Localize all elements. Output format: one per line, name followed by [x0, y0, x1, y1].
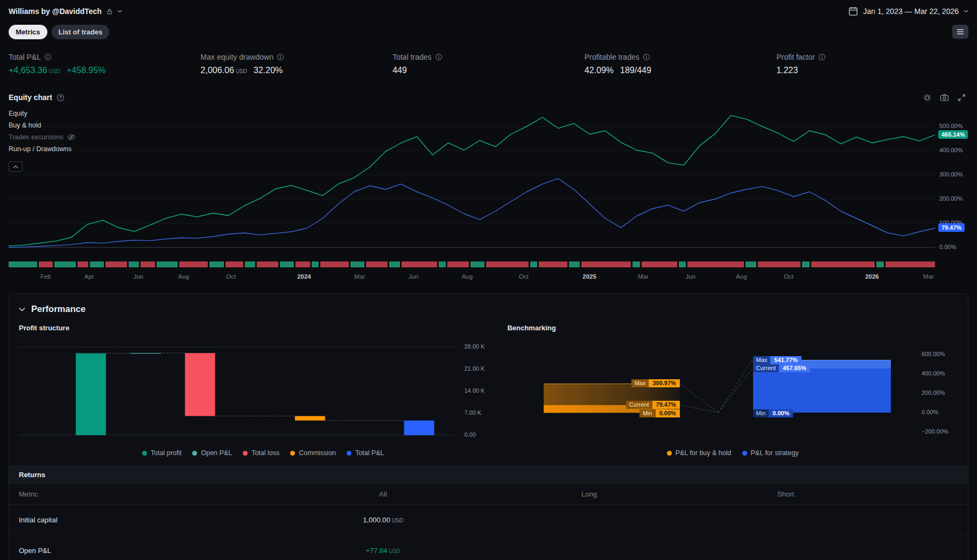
legend-label: Total loss	[251, 449, 279, 457]
bar-open-p-l	[130, 353, 160, 353]
legend-entry-open-p-l[interactable]: Open P&L	[192, 449, 232, 457]
stat-value: 2,006.06USD	[201, 66, 247, 75]
column-header-short: Short	[651, 490, 920, 498]
buy-hold-current-row: Current79.47%	[626, 401, 680, 409]
legend-entry-total-loss[interactable]: Total loss	[243, 449, 279, 457]
legend-label: Total P&L	[355, 449, 384, 457]
excursion-segment	[470, 261, 484, 267]
excursion-segment	[157, 261, 178, 267]
performance-header[interactable]: Performance	[9, 294, 968, 320]
legend-entry-total-p-l[interactable]: Total P&L	[347, 449, 384, 457]
stat-values: 42.09%189/449	[585, 66, 777, 75]
legend-dot	[243, 451, 248, 456]
equity-time-axis: FebAprJunAugOct2024MarJunAugOct2025MarJu…	[9, 273, 935, 282]
legend-label: Open P&L	[201, 449, 232, 457]
legend-item-label: Equity	[9, 110, 27, 117]
info-icon[interactable]	[435, 53, 442, 61]
range-value: 0.00%	[656, 409, 680, 417]
stat-label: Total P&L	[9, 53, 201, 61]
legend-entry-p-l-for-strategy[interactable]: P&L for strategy	[742, 449, 799, 457]
chevron-down-icon	[117, 10, 122, 13]
stat-value: 42.09%	[585, 66, 614, 75]
range-value: 457.65%	[779, 364, 810, 372]
stat-label-text: Profitable trades	[585, 53, 639, 61]
profit-structure-title: Profit structure	[19, 324, 507, 332]
stat-value-extra: 32.20%	[254, 66, 283, 75]
excursion-segment	[876, 261, 883, 267]
range-label: Min	[639, 409, 656, 417]
excursion-segment	[642, 261, 677, 267]
legend-item-buy-hold[interactable]: Buy & hold	[9, 122, 75, 129]
returns-subheader: Returns	[9, 465, 968, 484]
eye-off-icon	[67, 134, 75, 140]
info-icon[interactable]	[818, 53, 826, 61]
tab-list-of-trades[interactable]: List of trades	[52, 25, 110, 39]
stat-value-unit: USD	[236, 68, 247, 74]
chart-settings-button[interactable]	[920, 90, 934, 104]
bar-commission	[295, 416, 325, 420]
stat-values: 449	[392, 66, 585, 75]
buy-hold-line	[9, 179, 935, 247]
stat-value-number: 42.09%	[585, 66, 614, 75]
stat-label: Profit factor	[776, 53, 968, 61]
layout-menu-button[interactable]	[952, 25, 968, 39]
y-axis-label: 300.00%	[939, 171, 962, 178]
strategy-min-row: Min0.00%	[753, 409, 793, 417]
strategy-title: Williams by @DaviddTech	[9, 7, 102, 16]
strategy-current-row: Current457.65%	[753, 364, 810, 372]
snapshot-button[interactable]	[937, 90, 951, 104]
fullscreen-icon	[957, 93, 967, 103]
stat-value: 1.223	[776, 66, 798, 75]
legend-entry-total-profit[interactable]: Total profit	[142, 449, 182, 457]
time-axis-label: Aug	[462, 273, 473, 280]
stat-label: Max equity drawdown	[201, 53, 393, 61]
excursion-segment	[389, 261, 400, 267]
dashed-connector	[718, 368, 753, 413]
info-icon[interactable]	[277, 53, 284, 61]
profit-structure-plot: 28.00 K21.00 K14.00 K7.00 K0.00	[19, 337, 507, 443]
time-axis-label: Aug	[178, 273, 189, 280]
excursion-segment	[530, 261, 537, 267]
legend-item-trades-excursions[interactable]: Trades excursions	[9, 133, 75, 141]
info-icon[interactable]	[44, 53, 52, 61]
excursion-segment	[885, 261, 935, 267]
buy-hold-value-badge: 79.47%	[938, 223, 965, 232]
collapse-chart-button[interactable]	[9, 161, 23, 172]
excursion-segment	[569, 261, 580, 267]
settings-gear-icon	[922, 93, 932, 103]
legend-item-run-up-drawdowns[interactable]: Run-up / Drawdowns	[9, 145, 75, 153]
legend-item-equity[interactable]: Equity	[9, 110, 75, 117]
chevron-down-icon	[19, 307, 25, 311]
legend-label: P&L for buy & hold	[676, 449, 732, 457]
fullscreen-button[interactable]	[954, 90, 968, 104]
benchmarking-y-axis: 600.00%400.00%200.00%0.00%−200.00%	[917, 337, 958, 443]
equity-line	[9, 116, 935, 246]
tab-metrics[interactable]: Metrics	[9, 25, 47, 39]
column-header-all: All	[239, 490, 526, 498]
value-number: +77.84	[366, 547, 387, 555]
excursion-segment	[257, 261, 278, 267]
stat-value: +4,653.36USD	[9, 66, 60, 75]
y-axis-label: 28.00 K	[464, 343, 484, 350]
column-header-long: Long	[527, 490, 652, 498]
stat-value-unit: USD	[49, 68, 60, 74]
legend-entry-p-l-for-buy-hold[interactable]: P&L for buy & hold	[667, 449, 732, 457]
help-icon[interactable]: ?	[57, 94, 65, 102]
excursion-segment	[296, 261, 310, 267]
date-range-picker[interactable]: Jan 1, 2023 — Mar 22, 2026	[848, 6, 968, 17]
legend-entry-commission[interactable]: Commission	[290, 449, 336, 457]
profit-structure-bars	[19, 337, 455, 443]
range-label: Max	[631, 379, 649, 387]
time-axis-label: Mar	[923, 273, 934, 280]
date-range-text: Jan 1, 2023 — Mar 22, 2026	[863, 7, 959, 16]
strategy-title-menu[interactable]: Williams by @DaviddTech	[9, 7, 122, 16]
info-icon[interactable]	[643, 53, 650, 61]
stat-values: +4,653.36USD+458.95%	[9, 66, 201, 75]
excursion-segment	[632, 261, 639, 267]
range-label: Max	[753, 356, 771, 364]
y-axis-label: 0.00%	[939, 244, 956, 250]
performance-section: Performance Profit structure 28.00 K21.0…	[9, 294, 968, 560]
stat-value-number: 2,006.06	[201, 66, 234, 75]
excursion-segment	[226, 261, 243, 267]
excursion-segment	[439, 261, 446, 267]
